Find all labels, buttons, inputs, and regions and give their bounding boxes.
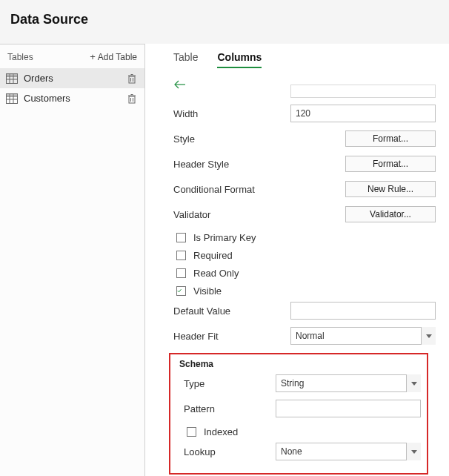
trash-icon[interactable] bbox=[127, 93, 137, 104]
indexed-checkbox[interactable] bbox=[187, 427, 196, 437]
header-fit-label: Header Fit bbox=[164, 331, 279, 342]
required-label: Required bbox=[193, 250, 233, 261]
new-rule-button[interactable]: New Rule... bbox=[345, 181, 436, 197]
table-icon bbox=[6, 93, 18, 104]
visible-checkbox[interactable] bbox=[176, 286, 186, 296]
lookup-label: Lookup bbox=[176, 446, 276, 457]
row-type: Type bbox=[176, 372, 421, 394]
default-value-label: Default Value bbox=[164, 305, 279, 317]
read-only-checkbox[interactable] bbox=[176, 268, 186, 278]
row-required: Required bbox=[164, 246, 436, 264]
row-is-primary-key: Is Primary Key bbox=[164, 228, 436, 246]
row-conditional-format: Conditional Format New Rule... bbox=[164, 178, 436, 200]
default-value-input[interactable] bbox=[290, 302, 436, 320]
header-style-format-button[interactable]: Format... bbox=[345, 156, 436, 172]
add-table-button[interactable]: + Add Table bbox=[90, 52, 137, 62]
row-header-fit: Header Fit bbox=[164, 325, 436, 347]
row-indexed: Indexed bbox=[176, 423, 421, 440]
page-title: Data Source bbox=[10, 12, 439, 27]
add-table-label: Add Table bbox=[98, 52, 137, 62]
pattern-label: Pattern bbox=[176, 403, 276, 414]
row-width: Width bbox=[164, 102, 436, 125]
schema-fieldset: Schema Type Pattern In bbox=[169, 353, 428, 475]
row-visible: Visible bbox=[164, 282, 436, 300]
type-label: Type bbox=[176, 378, 276, 389]
type-value[interactable] bbox=[276, 374, 421, 392]
indexed-label: Indexed bbox=[204, 426, 238, 437]
table-list: Orders Customers bbox=[0, 68, 144, 108]
svg-rect-17 bbox=[129, 96, 135, 103]
trash-icon[interactable] bbox=[127, 73, 137, 84]
style-format-button[interactable]: Format... bbox=[345, 130, 436, 147]
sidebar-item-label: Orders bbox=[24, 73, 121, 84]
lookup-select[interactable] bbox=[276, 443, 421, 460]
row-lookup: Lookup bbox=[176, 440, 421, 463]
row-default-value: Default Value bbox=[164, 300, 436, 322]
tab-columns[interactable]: Columns bbox=[217, 51, 262, 68]
tab-table[interactable]: Table bbox=[173, 51, 198, 68]
width-input[interactable] bbox=[290, 105, 436, 122]
body: Tables + Add Table Orders Customers Tabl… bbox=[0, 44, 449, 476]
schema-legend: Schema bbox=[176, 359, 421, 372]
validator-button[interactable]: Validator... bbox=[345, 206, 436, 222]
width-label: Width bbox=[164, 108, 279, 119]
sidebar-item-orders[interactable]: Orders bbox=[0, 68, 144, 88]
sidebar: Tables + Add Table Orders Customers bbox=[0, 44, 145, 476]
table-icon bbox=[6, 73, 18, 84]
svg-rect-16 bbox=[7, 93, 18, 96]
row-header-style: Header Style Format... bbox=[164, 153, 436, 175]
main-panel: Table Columns Width Style Format... Head… bbox=[145, 44, 449, 476]
is-primary-key-checkbox[interactable] bbox=[176, 233, 186, 242]
header-fit-value[interactable] bbox=[290, 327, 436, 345]
header-style-label: Header Style bbox=[164, 159, 279, 170]
disabled-field-top bbox=[290, 85, 436, 98]
sidebar-item-customers[interactable]: Customers bbox=[0, 88, 144, 108]
is-primary-key-label: Is Primary Key bbox=[193, 232, 256, 243]
form-area: Width Style Format... Header Style Forma… bbox=[145, 85, 449, 475]
row-pattern: Pattern bbox=[176, 397, 421, 420]
validator-label: Validator bbox=[164, 209, 279, 220]
svg-rect-5 bbox=[7, 73, 18, 76]
style-label: Style bbox=[164, 133, 279, 145]
svg-rect-6 bbox=[129, 76, 135, 83]
row-read-only: Read Only bbox=[164, 264, 436, 282]
row-style: Style Format... bbox=[164, 128, 436, 150]
sidebar-item-label: Customers bbox=[24, 93, 121, 104]
tabs: Table Columns bbox=[145, 44, 449, 73]
tables-heading: Tables bbox=[7, 52, 33, 62]
lookup-value[interactable] bbox=[276, 443, 421, 460]
required-checkbox[interactable] bbox=[176, 251, 186, 260]
conditional-format-label: Conditional Format bbox=[164, 184, 279, 195]
header-fit-select[interactable] bbox=[290, 327, 436, 345]
sidebar-header: Tables + Add Table bbox=[0, 44, 144, 68]
arrow-left-icon bbox=[173, 80, 187, 89]
pattern-input[interactable] bbox=[276, 400, 421, 417]
page-header: Data Source bbox=[0, 0, 449, 44]
visible-label: Visible bbox=[193, 285, 222, 297]
row-validator: Validator Validator... bbox=[164, 203, 436, 225]
type-select[interactable] bbox=[276, 374, 421, 392]
read-only-label: Read Only bbox=[193, 268, 239, 279]
plus-icon: + bbox=[90, 52, 96, 62]
